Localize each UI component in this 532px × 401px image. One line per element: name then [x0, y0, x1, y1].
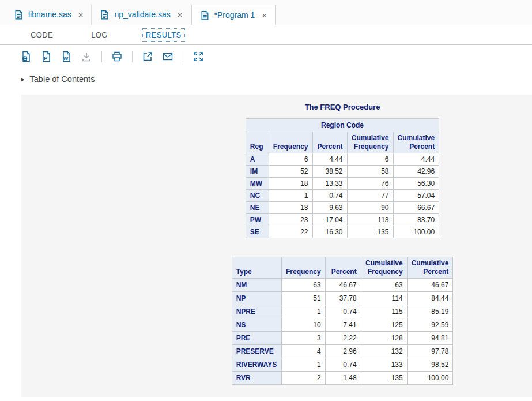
row-header-cell: PW	[246, 214, 269, 226]
table-row: RVR21.48135100.00	[232, 372, 453, 385]
data-cell: 133	[361, 358, 407, 372]
row-header-cell: NE	[246, 202, 269, 214]
data-cell: 2	[281, 372, 325, 385]
data-cell: 16.30	[312, 226, 347, 238]
data-cell: 6	[269, 153, 312, 166]
data-cell: 56.30	[393, 178, 439, 190]
column-header: Reg	[246, 132, 269, 153]
open-new-window-icon[interactable]	[141, 50, 154, 63]
data-cell: 63	[361, 279, 407, 292]
table-row: NPRE10.7411585.19	[232, 305, 453, 318]
column-header: Cumulative Percent	[407, 257, 453, 279]
column-header: Frequency	[269, 132, 312, 153]
column-header: Cumulative Percent	[393, 132, 439, 153]
column-header: Cumulative Frequency	[361, 257, 407, 279]
download-pdf-icon[interactable]: P	[40, 50, 52, 63]
data-cell: 22	[269, 226, 312, 238]
download-rtf-icon[interactable]: W	[60, 50, 73, 63]
data-cell: 6	[347, 153, 393, 166]
data-cell: 135	[361, 372, 407, 385]
data-cell: 114	[361, 292, 407, 305]
table-row: PW2317.0411383.70	[246, 214, 439, 226]
column-header: Frequency	[281, 257, 325, 279]
data-cell: 63	[281, 279, 325, 292]
tab-log[interactable]: LOG	[88, 29, 111, 41]
freq-table-type: TypeFrequencyPercentCumulative Frequency…	[232, 257, 454, 385]
close-icon[interactable]: ×	[78, 10, 84, 19]
row-header-cell: A	[246, 153, 269, 166]
toolbar-separator	[132, 51, 133, 62]
tab-program-1[interactable]: *Program 1 ×	[191, 5, 276, 25]
data-cell: 4.44	[312, 153, 347, 166]
toolbar-separator	[183, 51, 183, 62]
tab-libname-sas[interactable]: libname.sas ×	[6, 4, 92, 25]
print-icon[interactable]	[111, 50, 123, 63]
table-row: NC10.747757.04	[246, 190, 439, 202]
tab-code[interactable]: CODE	[28, 29, 56, 41]
data-cell: 92.59	[407, 318, 453, 332]
table-span-header-row: Region Code	[246, 119, 439, 132]
data-cell: 100.00	[393, 226, 439, 238]
row-header-cell: PRESERVE	[232, 345, 281, 358]
results-toolbar: P W	[0, 45, 532, 68]
data-cell: 115	[361, 305, 407, 318]
table-header-row: RegFrequencyPercentCumulative FrequencyC…	[246, 132, 439, 153]
data-cell: 0.74	[325, 358, 361, 372]
table-row: NM6346.676346.67	[232, 279, 453, 292]
data-cell: 23	[269, 214, 312, 226]
data-cell: 52	[269, 166, 312, 178]
data-cell: 57.04	[393, 190, 439, 202]
data-cell: 2.22	[325, 332, 361, 345]
column-header: Percent	[325, 257, 361, 279]
data-cell: 1	[281, 358, 325, 372]
program-file-icon	[100, 10, 110, 20]
email-icon[interactable]	[161, 50, 174, 63]
column-header: Cumulative Frequency	[347, 132, 393, 153]
close-icon[interactable]: ×	[262, 11, 267, 20]
tab-label: *Program 1	[214, 10, 255, 20]
tab-results[interactable]: RESULTS	[143, 29, 184, 41]
data-cell: 100.00	[407, 372, 453, 385]
data-cell: 66.67	[393, 202, 439, 214]
download-html-icon[interactable]	[20, 50, 32, 63]
data-cell: 4.44	[393, 153, 439, 166]
table-row: PRESERVE42.9613297.78	[232, 345, 453, 358]
data-cell: 42.96	[393, 166, 439, 178]
data-cell: 98.52	[407, 358, 453, 372]
row-header-cell: MW	[246, 178, 269, 190]
data-cell: 125	[361, 318, 407, 332]
caret-right-icon[interactable]: ▸	[21, 76, 25, 83]
close-icon[interactable]: ×	[178, 10, 183, 19]
column-header: Percent	[312, 132, 347, 153]
data-cell: 1.48	[325, 372, 361, 385]
table-header-row: TypeFrequencyPercentCumulative Frequency…	[232, 257, 453, 279]
svg-text:W: W	[63, 55, 69, 61]
data-cell: 0.74	[312, 190, 347, 202]
table-span-header: Region Code	[246, 119, 439, 132]
program-file-icon	[200, 10, 210, 20]
data-cell: 90	[347, 202, 393, 214]
view-tab-bar: CODE LOG RESULTS	[0, 25, 532, 45]
data-cell: 58	[347, 166, 393, 178]
data-cell: 17.04	[312, 214, 347, 226]
program-file-icon	[14, 10, 24, 20]
tab-np-validate-sas[interactable]: np_validate.sas ×	[92, 4, 191, 25]
data-cell: 135	[347, 226, 393, 238]
row-header-cell: RIVERWAYS	[232, 358, 281, 372]
table-row: PRE32.2212894.81	[232, 332, 453, 345]
data-cell: 1	[269, 190, 312, 202]
svg-text:P: P	[44, 55, 48, 61]
row-header-cell: NP	[232, 292, 281, 305]
editor-tab-bar: libname.sas × np_validate.sas × *Program…	[0, 0, 532, 25]
table-row: NP5137.7811484.44	[232, 292, 453, 305]
table-of-contents-toggle[interactable]: ▸ Table of Contents	[0, 72, 532, 87]
data-cell: 38.52	[312, 166, 347, 178]
freq-table-region-code: Region CodeRegFrequencyPercentCumulative…	[246, 118, 439, 238]
data-cell: 18	[269, 178, 312, 190]
results-panel: The FREQ Procedure Region CodeRegFrequen…	[21, 95, 532, 397]
maximize-icon[interactable]	[192, 50, 205, 63]
table-row: NE139.639066.67	[246, 202, 439, 214]
row-header-cell: IM	[246, 166, 269, 178]
data-cell: 2.96	[325, 345, 361, 358]
data-cell: 46.67	[407, 279, 453, 292]
